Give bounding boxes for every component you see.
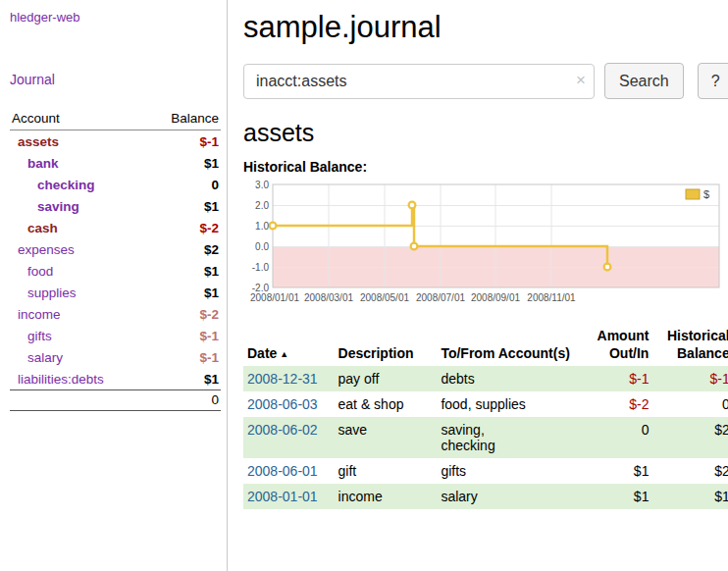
transaction-amount: 0 xyxy=(578,417,652,458)
account-link-cash[interactable]: cash xyxy=(27,221,58,235)
register-header-amount: Amount Out/In xyxy=(578,326,652,366)
app-window: hledger-web Journal Account Balance asse… xyxy=(0,0,728,571)
account-link-bank[interactable]: bank xyxy=(27,156,59,171)
transaction-date-link[interactable]: 2008-06-03 xyxy=(247,396,318,412)
register-row: 2008-06-02 save saving, checking 0 $2 xyxy=(243,417,728,458)
account-link-gifts[interactable]: gifts xyxy=(27,329,52,343)
x-axis-labels: 2008/01/01 2008/03/01 2008/05/01 2008/07… xyxy=(250,292,576,303)
account-heading: assets xyxy=(243,119,728,147)
accounts-header-row: Account Balance xyxy=(10,109,221,130)
point-2008-06-03 xyxy=(411,243,418,250)
point-2008-12-31 xyxy=(604,264,611,271)
svg-text:3.0: 3.0 xyxy=(255,181,269,190)
account-link-checking[interactable]: checking xyxy=(37,178,95,192)
transaction-date-link[interactable]: 2008-06-01 xyxy=(247,463,318,479)
transaction-tofrom: gifts xyxy=(437,458,578,484)
transaction-description: save xyxy=(335,417,438,458)
account-link-liabilities-debts[interactable]: liabilities:debts xyxy=(18,372,104,387)
account-link-expenses[interactable]: expenses xyxy=(18,242,75,257)
account-link-food[interactable]: food xyxy=(27,264,53,279)
account-balance-bank: $1 xyxy=(146,152,221,174)
transaction-description: pay off xyxy=(335,366,438,391)
point-2008-06-01 xyxy=(409,202,416,209)
register-row: 2008-06-01 gift gifts $1 $2 xyxy=(243,458,728,484)
transaction-amount: $-1 xyxy=(578,366,652,391)
transaction-date-link[interactable]: 2008-06-02 xyxy=(247,422,318,438)
account-balance-salary: $-1 xyxy=(146,346,221,368)
chart-legend: $ xyxy=(682,186,718,203)
account-link-assets[interactable]: assets xyxy=(18,134,59,149)
sort-ascending-icon: ▲ xyxy=(280,349,288,359)
journal-nav: Journal xyxy=(10,72,221,87)
account-row-bank: bank $1 xyxy=(10,152,221,174)
app-title: hledger-web xyxy=(10,10,221,25)
transaction-description: income xyxy=(335,484,438,509)
register-header-date[interactable]: Date▲ xyxy=(243,326,335,366)
transaction-description: gift xyxy=(335,458,438,484)
transaction-tofrom: food, supplies xyxy=(437,391,578,417)
register-table: Date▲ Description To/From Account(s) Amo… xyxy=(243,326,728,509)
transaction-balance: $2 xyxy=(652,458,728,484)
balance-chart-svg: $ 3.0 2.0 1.0 0.0 -1.0 -2.0 2008/01/01 2… xyxy=(243,181,721,310)
app-title-link[interactable]: hledger-web xyxy=(10,10,80,25)
account-balance-checking: 0 xyxy=(146,174,221,195)
account-row-gifts: gifts $-1 xyxy=(10,325,221,346)
account-balance-food: $1 xyxy=(146,260,221,282)
accounts-header-account: Account xyxy=(10,109,146,130)
account-row-income: income $-2 xyxy=(10,303,221,325)
transaction-date-link[interactable]: 2008-01-01 xyxy=(247,489,318,504)
register-header-balance: Historical Balance xyxy=(652,326,728,366)
accounts-header-balance: Balance xyxy=(146,109,221,130)
register-header-row: Date▲ Description To/From Account(s) Amo… xyxy=(243,326,728,366)
clear-search-icon[interactable]: × xyxy=(576,71,586,90)
transaction-balance: $1 xyxy=(652,484,728,509)
account-balance-assets: $-1 xyxy=(146,130,221,153)
register-row: 2008-12-31 pay off debts $-1 $-1 xyxy=(243,366,728,391)
search-button[interactable]: Search xyxy=(604,63,684,99)
transaction-amount: $-2 xyxy=(578,391,652,417)
svg-text:2.0: 2.0 xyxy=(255,200,269,211)
account-link-income[interactable]: income xyxy=(18,307,61,322)
account-row-food: food $1 xyxy=(10,260,221,282)
account-link-supplies[interactable]: supplies xyxy=(27,286,77,300)
account-row-expenses: expenses $2 xyxy=(10,238,221,260)
register-row: 2008-01-01 income salary $1 $1 xyxy=(243,484,728,509)
svg-text:0.0: 0.0 xyxy=(255,241,269,252)
legend-label: $ xyxy=(703,188,709,200)
transaction-balance: $2 xyxy=(652,417,728,458)
account-balance-cash: $-2 xyxy=(146,217,221,238)
y-axis-labels: 3.0 2.0 1.0 0.0 -1.0 -2.0 xyxy=(252,181,270,293)
account-row-salary: salary $-1 xyxy=(10,346,221,368)
svg-text:2008/05/01: 2008/05/01 xyxy=(360,292,409,303)
journal-link[interactable]: Journal xyxy=(10,72,55,87)
register-row: 2008-06-03 eat & shop food, supplies $-2… xyxy=(243,391,728,417)
account-row-supplies: supplies $1 xyxy=(10,282,221,303)
register-header-date-label: Date xyxy=(247,345,277,361)
help-button[interactable]: ? xyxy=(698,63,728,99)
account-link-saving[interactable]: saving xyxy=(37,199,79,214)
account-link-salary[interactable]: salary xyxy=(27,350,63,365)
balance-chart: $ 3.0 2.0 1.0 0.0 -1.0 -2.0 2008/01/01 2… xyxy=(243,181,728,310)
svg-text:1.0: 1.0 xyxy=(255,221,269,232)
account-row-checking: checking 0 xyxy=(10,174,221,195)
svg-text:2008/07/01: 2008/07/01 xyxy=(416,292,465,303)
account-row-liabilities-debts: liabilities:debts $1 xyxy=(10,368,221,390)
page-title: sample.journal xyxy=(243,10,728,45)
chart-title: Historical Balance: xyxy=(243,159,728,175)
transaction-date-link[interactable]: 2008-12-31 xyxy=(247,371,318,387)
svg-text:2008/09/01: 2008/09/01 xyxy=(471,292,520,303)
account-balance-saving: $1 xyxy=(146,195,221,217)
search-bar: × Search ? xyxy=(243,63,728,99)
svg-text:2008/03/01: 2008/03/01 xyxy=(304,292,353,303)
search-input[interactable] xyxy=(243,64,595,99)
transaction-tofrom: saving, checking xyxy=(437,417,578,458)
account-balance-income: $-2 xyxy=(146,303,221,325)
transaction-tofrom: debts xyxy=(437,366,578,391)
accounts-total-row: 0 xyxy=(10,390,221,411)
accounts-total-value: 0 xyxy=(146,390,221,411)
register-header-description: Description xyxy=(335,326,438,366)
account-row-saving: saving $1 xyxy=(10,195,221,217)
svg-text:-1.0: -1.0 xyxy=(252,262,270,273)
account-balance-gifts: $-1 xyxy=(146,325,221,346)
svg-text:2008/01/01: 2008/01/01 xyxy=(250,292,299,303)
